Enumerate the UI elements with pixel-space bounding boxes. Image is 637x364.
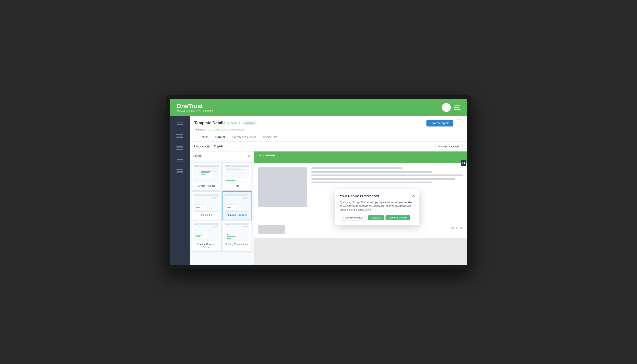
- layout-item-center-rounded[interactable]: Center Rounded: [192, 162, 222, 191]
- app-body: Template Details Active Version 4 Save T…: [170, 116, 467, 265]
- more-options-button[interactable]: ···: [456, 120, 463, 126]
- layout-preview-flat: [225, 165, 250, 182]
- status-badge: Active: [228, 121, 240, 125]
- breadcrumb-parent[interactable]: Templates: [194, 128, 205, 131]
- preview-content-flat: [225, 167, 249, 182]
- layout-close-button[interactable]: ✕: [248, 154, 250, 158]
- layout-item-label-center-rounded: Center Rounded: [198, 184, 216, 187]
- manage-languages-button[interactable]: Manage Languages: [436, 144, 463, 149]
- preview-bg-fr: [242, 197, 248, 199]
- preview-browser-bar-fr: [225, 194, 249, 196]
- sidebar-item-4[interactable]: [172, 156, 188, 163]
- website-image-placeholder: [258, 168, 307, 207]
- save-template-button[interactable]: Save Template: [426, 120, 454, 126]
- preview-tab: [266, 154, 275, 156]
- sidebar-nav-icon-2: [176, 134, 183, 138]
- language-label: Language i: [194, 145, 210, 148]
- preview-dot-red: [256, 154, 258, 156]
- preview-content-fri: [225, 225, 249, 240]
- preview-floating-box-ff: [195, 204, 208, 211]
- preview-center-modal: [200, 170, 213, 179]
- layout-item-label-flat: Flat: [235, 184, 239, 187]
- choose-preferences-button[interactable]: Choose Preferences: [340, 215, 366, 220]
- cookie-banner: Your Cookie Preferences ✕ By clicking "A…: [335, 189, 419, 225]
- preview-browser-flat: [225, 165, 249, 182]
- preview-modal-btn: [201, 174, 206, 175]
- sidebar-item-2[interactable]: [172, 132, 188, 140]
- language-select-wrapper: English: [212, 144, 228, 149]
- layout-preview-center-rounded: [194, 165, 219, 182]
- cookie-banner-title: Your Cookie Preferences: [340, 194, 379, 198]
- cookie-banner-header: Your Cookie Preferences ✕: [340, 194, 415, 198]
- version-badge: Version 4: [242, 121, 257, 125]
- preview-browser-bar: [194, 165, 219, 167]
- device-frame: OneTrust PRIVACY, SECURITY & TRUST: [166, 95, 471, 269]
- breadcrumb-current: EU GDPR Opt-In Cookie Consent: [208, 128, 244, 131]
- layout-item-floating-rounded-icon[interactable]: Floating Rounded Icon: [222, 220, 252, 252]
- brand-logo: OneTrust PRIVACY, SECURITY & TRUST: [176, 103, 213, 112]
- text-line-4: [312, 178, 455, 180]
- preview-floating-box-frc: [195, 233, 208, 240]
- device-screen: OneTrust PRIVACY, SECURITY & TRUST: [170, 99, 467, 265]
- layout-item-flat[interactable]: Flat: [222, 162, 252, 191]
- layout-item-label-floating-flat: Floating Flat: [200, 214, 213, 216]
- main-panel: Layout ✕: [190, 152, 467, 265]
- accept-all-button[interactable]: Accept All Cookies: [386, 215, 410, 220]
- layout-sidebar-title: Layout: [193, 154, 202, 158]
- preview-icon-fri: [227, 234, 228, 236]
- sidebar-nav-icon-1: [176, 122, 183, 126]
- tab-cookie-list[interactable]: Cookie List: [262, 133, 278, 141]
- tab-banner[interactable]: Banner: [214, 133, 226, 141]
- brand-name: OneTrust: [176, 103, 213, 109]
- brand-tagline: PRIVACY, SECURITY & TRUST: [176, 110, 213, 112]
- bottom-block-1: [258, 225, 285, 234]
- sidebar: [170, 116, 190, 265]
- hamburger-icon[interactable]: [454, 106, 460, 110]
- preview-browser-fri: [225, 223, 249, 240]
- sidebar-nav-icon-3: [176, 146, 183, 150]
- carousel-dot-3: [460, 227, 463, 229]
- layout-grid: Center Rounded: [190, 160, 254, 254]
- preview-browser-bar-fri: [225, 223, 249, 225]
- language-row: Language i English Manage Languages: [190, 142, 467, 152]
- page-title-right: Save Template ···: [426, 120, 463, 126]
- tab-details[interactable]: Details: [198, 133, 209, 141]
- layout-item-floating-flat[interactable]: Floating Flat: [192, 191, 222, 220]
- preview-flat-bar: [225, 178, 249, 182]
- preview-browser-bar-frc: [194, 223, 219, 225]
- website-nav: [254, 160, 467, 163]
- preview-dot-green: [262, 154, 264, 156]
- cookie-close-button[interactable]: ✕: [412, 194, 415, 198]
- page-title: Template Details: [194, 121, 226, 126]
- language-select[interactable]: English: [212, 144, 228, 149]
- header-right: [442, 103, 460, 112]
- preview-website: Your Cookie Preferences ✕ By clicking "A…: [254, 160, 467, 238]
- layout-sidebar: Layout ✕: [190, 152, 254, 265]
- expand-button[interactable]: [461, 160, 466, 166]
- avatar: [442, 103, 451, 112]
- layout-preview-frc: [194, 223, 219, 241]
- preview-browser: [194, 165, 219, 182]
- layout-item-floating-rounded[interactable]: Floating Rounded: [222, 191, 252, 220]
- bottom-content: [254, 225, 467, 238]
- layout-item-label-fri: Floating Rounded Icon: [225, 242, 249, 246]
- preview-content-ff: [194, 196, 219, 212]
- layout-item-floating-rounded-corner[interactable]: Floating Rounded Corner: [192, 220, 222, 252]
- preview-pane-header: [254, 152, 467, 160]
- preview-dot-flat: [226, 166, 226, 166]
- preview-modal-line: [201, 171, 211, 172]
- sidebar-item-1[interactable]: [172, 121, 188, 128]
- preview-dot: [196, 166, 197, 166]
- layout-preview-floating-flat: [194, 194, 219, 212]
- sidebar-item-3[interactable]: [172, 144, 188, 152]
- content-area: Template Details Active Version 4 Save T…: [190, 116, 467, 265]
- sidebar-item-5[interactable]: [172, 168, 188, 175]
- layout-preview-floating-rounded: [225, 194, 250, 212]
- preview-modal-line-2: [201, 172, 209, 173]
- tab-preference-center[interactable]: Preference Center: [232, 133, 257, 141]
- reject-all-button[interactable]: Reject All: [368, 215, 384, 220]
- text-line-3: [312, 174, 463, 176]
- layout-preview-fri: [225, 223, 250, 241]
- preview-bg-lines-flat: [226, 168, 248, 170]
- carousel-dot-2: [456, 227, 458, 229]
